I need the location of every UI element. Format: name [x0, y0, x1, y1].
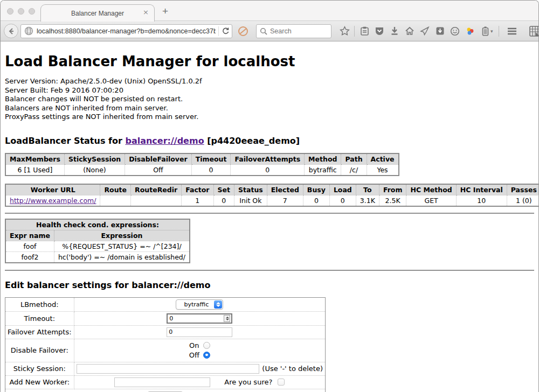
back-button[interactable]: [4, 24, 18, 38]
search-bar[interactable]: [256, 24, 331, 38]
title-bar: Balancer Manager × +: [1, 1, 538, 21]
col-factor: Factor: [182, 184, 213, 195]
col-maxmembers: MaxMembers: [5, 153, 64, 165]
val-to: 3.1K: [356, 195, 379, 206]
save-page-icon[interactable]: [432, 26, 447, 36]
health-row-foof: foof %{REQUEST_STATUS} =~ /^[234]/: [5, 241, 190, 251]
toolbar-separator: [354, 26, 355, 37]
reload-icon[interactable]: [222, 27, 230, 35]
balancer-data-row: 6 [1 Used] (None) Off 0 0 bytraffic /c/ …: [5, 164, 399, 176]
sticky-session-input[interactable]: [77, 364, 260, 374]
disable-failover-row: Disable Failover: On Off: [5, 339, 326, 362]
col-disablefailover: DisableFailover: [125, 153, 191, 165]
zoom-window-button[interactable]: [29, 8, 35, 15]
radio-on[interactable]: [203, 342, 210, 349]
search-input[interactable]: [270, 27, 324, 35]
worker-url-link[interactable]: http://www.example.com/: [10, 197, 96, 205]
screenshot-grid-icon[interactable]: [527, 26, 539, 37]
col-active: Active: [367, 153, 398, 165]
val-routeredir: [131, 195, 182, 206]
add-worker-input[interactable]: [114, 377, 210, 387]
health-title-row: Health check cond. expressions:: [5, 219, 190, 230]
url-text[interactable]: localhost:8880/balancer-manager?b=demo&n…: [37, 27, 216, 35]
separator-2: [5, 270, 534, 271]
radio-off-label: Off: [189, 351, 199, 360]
col-failoverattempts: FailoverAttempts: [231, 153, 305, 165]
val-active: Yes: [367, 164, 398, 176]
globe-icon: [24, 26, 33, 36]
inherit-note-line: Balancers are NOT inherited from main se…: [5, 104, 534, 113]
lbmethod-selected-value: bytraffic: [184, 301, 209, 308]
lbmethod-select[interactable]: bytraffic: [176, 299, 223, 310]
health-row-foof2: foof2 hc('body') =~ /domain is establish…: [5, 251, 190, 263]
menu-icon[interactable]: [505, 27, 520, 35]
timeout-row: Timeout:: [5, 311, 326, 325]
val-hc-interval: 10: [456, 195, 507, 206]
lbmethod-row: LBmethod: bytraffic: [5, 297, 326, 311]
url-bar[interactable]: localhost:8880/balancer-manager?b=demo&n…: [20, 24, 232, 38]
radio-off[interactable]: [203, 352, 210, 359]
radio-on-label: On: [189, 341, 199, 351]
add-worker-row: Add New Worker: Are you sure?: [5, 375, 326, 389]
bookmark-star-icon[interactable]: [337, 26, 352, 36]
tab-close-icon[interactable]: ×: [143, 9, 149, 16]
val-passes: 1 (0): [507, 195, 538, 206]
pocket-icon[interactable]: [372, 26, 387, 36]
col-route: Route: [100, 184, 131, 195]
val-expr-name-2: foof2: [5, 251, 54, 263]
content-block-icon[interactable]: [236, 26, 251, 37]
col-passes: Passes: [507, 184, 538, 195]
disable-failover-label: Disable Failover:: [5, 339, 74, 362]
send-icon[interactable]: [417, 26, 432, 36]
col-expr-name: Expr name: [5, 230, 54, 241]
col-load: Load: [329, 184, 356, 195]
toolbar-separator-2: [499, 26, 499, 37]
worker-table: Worker URL Route RouteRedir Factor Set S…: [5, 184, 538, 207]
col-routeredir: RouteRedir: [131, 184, 182, 195]
persist-note-line: Balancer changes will NOT be persisted o…: [5, 95, 534, 104]
browser-tab[interactable]: Balancer Manager ×: [40, 4, 155, 22]
minimize-window-button[interactable]: [18, 8, 24, 15]
downloads-icon[interactable]: [387, 26, 402, 36]
lbmethod-label: LBmethod:: [5, 297, 74, 311]
server-built-line: Server Built: Feb 9 2016 07:00:20: [5, 86, 534, 95]
col-method: Method: [305, 153, 341, 165]
confirm-label: Are you sure?: [224, 378, 272, 386]
balancer-status-table: MaxMembers StickySession DisableFailover…: [5, 153, 399, 176]
val-method: bytraffic: [305, 164, 341, 176]
overflow-caret-icon[interactable]: ▾: [490, 29, 493, 34]
window-controls: [7, 8, 35, 15]
close-window-button[interactable]: [7, 8, 13, 15]
navigation-toolbar: localhost:8880/balancer-manager?b=demo&n…: [1, 21, 538, 41]
sticky-session-hint: (Use '-' to delete): [262, 365, 323, 373]
number-spinner-icon[interactable]: [224, 315, 230, 322]
val-load: 0: [329, 195, 356, 206]
new-tab-button[interactable]: +: [162, 6, 168, 16]
sticky-session-row: Sticky Session: (Use '-' to delete): [5, 362, 326, 375]
val-status: Init Ok: [234, 195, 267, 206]
timeout-input[interactable]: [167, 313, 232, 324]
failover-attempts-row: Failover Attempts:: [5, 325, 326, 339]
page-title: Load Balancer Manager for localhost: [5, 41, 534, 69]
feedback-smiley-icon[interactable]: [447, 26, 462, 36]
val-route: [100, 195, 131, 206]
reading-list-icon[interactable]: [357, 26, 372, 36]
val-factor: 1: [182, 195, 213, 206]
extensions-icon[interactable]: [462, 26, 478, 36]
confirm-checkbox[interactable]: [278, 379, 285, 386]
failover-attempts-input[interactable]: [167, 327, 232, 337]
val-expression-1: %{REQUEST_STATUS} =~ /^[234]/: [54, 241, 190, 251]
balancer-demo-link[interactable]: balancer://demo: [125, 136, 204, 146]
val-disablefailover: Off: [125, 164, 191, 176]
val-path: /c/: [341, 164, 367, 176]
status-heading-suffix: [p4420eeae_demo]: [204, 136, 300, 146]
val-expression-2: hc('body') =~ /domain is established/: [54, 251, 190, 263]
failover-attempts-label: Failover Attempts:: [5, 325, 74, 339]
col-worker-url: Worker URL: [5, 184, 100, 195]
col-hc-method: HC Method: [406, 184, 456, 195]
separator-1: [5, 213, 534, 214]
home-icon[interactable]: [402, 26, 417, 36]
val-failoverattempts: 0: [231, 164, 305, 176]
health-table-title: Health check cond. expressions:: [5, 219, 190, 230]
urlbar-separator: [218, 26, 219, 36]
